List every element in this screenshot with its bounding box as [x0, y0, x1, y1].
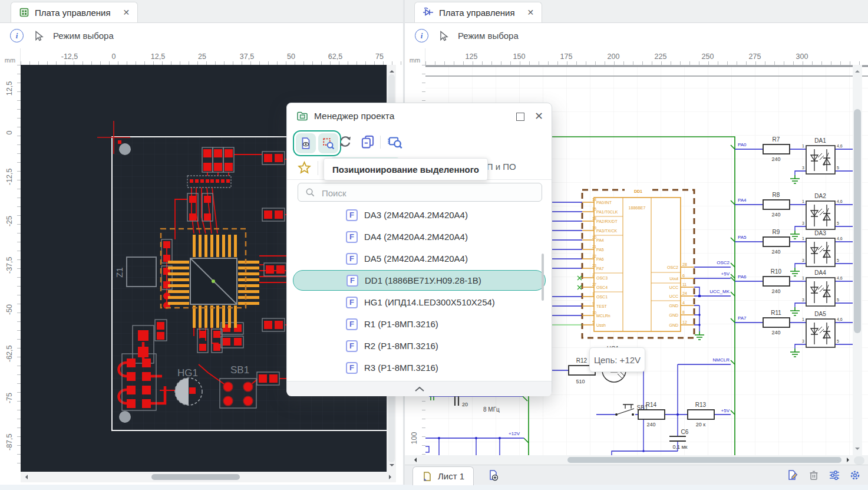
list-item[interactable]: F DA4 (2М420А4.2М420А4): [287, 226, 552, 248]
close-icon[interactable]: ✕: [534, 110, 543, 123]
sheet-label: Лист 1: [438, 471, 464, 481]
scrollbar-corner: [854, 456, 864, 465]
svg-text:3: 3: [802, 298, 804, 302]
v-ruler-tick: 0: [5, 124, 14, 141]
svg-text:OSC4: OSC4: [596, 285, 608, 290]
svg-text:1: 1: [802, 317, 804, 321]
list-item[interactable]: F R2 (Р1-8МП.3216): [287, 335, 552, 357]
maximize-icon[interactable]: [516, 113, 524, 121]
mounting-hole: [119, 143, 131, 155]
tab-schematic-document[interactable]: Плата управления ✕: [414, 2, 542, 22]
v-ruler-tick: -50: [5, 301, 14, 318]
info-icon[interactable]: i: [415, 29, 428, 42]
duplicate-icon[interactable]: [360, 134, 375, 149]
button-tooltip: Позиционирование выделенного: [324, 158, 488, 180]
favorites-star-icon[interactable]: [298, 161, 311, 175]
component-list: F DA3 (2М420А4.2М420А4) F DA4 (2М420А4.2…: [287, 204, 552, 379]
svg-text:TEST: TEST: [596, 304, 608, 308]
info-icon[interactable]: i: [10, 29, 24, 42]
selection-search-icon: [322, 137, 335, 150]
schematic-h-ruler: 125 150 175 200 225 250 275 300: [425, 48, 868, 65]
footprint-icon: F: [346, 297, 358, 308]
select-mode-cursor-icon[interactable]: [437, 30, 449, 42]
tab-close-icon[interactable]: ✕: [527, 8, 534, 17]
svg-text:PA5: PA5: [596, 248, 604, 252]
svg-text:5: 5: [837, 166, 839, 170]
list-item[interactable]: F HG1 (ИПД14.LED300Х510Х254): [287, 291, 552, 313]
h-ruler-tick: 50: [287, 52, 295, 61]
svg-text:PA5: PA5: [738, 235, 747, 240]
show-selected-button[interactable]: [296, 133, 316, 153]
svg-text:12: 12: [682, 320, 687, 324]
svg-text:240: 240: [771, 212, 780, 218]
svg-text:R13: R13: [695, 402, 707, 408]
tab-close-icon[interactable]: ✕: [123, 8, 130, 17]
list-item[interactable]: F R3 (Р1-8МП.3216): [287, 357, 552, 379]
svg-text:PA0/INT: PA0/INT: [596, 200, 612, 205]
svg-text:20 к: 20 к: [696, 422, 706, 427]
add-sheet-icon[interactable]: [487, 469, 499, 481]
svg-text:3: 3: [802, 221, 804, 225]
svg-text:DA2: DA2: [814, 193, 826, 199]
delete-sheet-icon[interactable]: [808, 469, 820, 481]
svg-text:R11: R11: [771, 310, 781, 316]
svg-text:5: 5: [837, 339, 839, 343]
edit-sheet-icon[interactable]: [787, 469, 798, 481]
refresh-icon[interactable]: [338, 134, 353, 149]
h-ruler-tick: 62,5: [328, 52, 342, 61]
schematic-document-icon: [423, 7, 434, 18]
search-input[interactable]: [321, 184, 535, 202]
svg-text:1: 1: [592, 292, 595, 296]
collapse-bar[interactable]: [287, 381, 552, 396]
v-ruler-tick: -75: [5, 390, 14, 406]
schematic-vertical-scrollbar[interactable]: [853, 65, 862, 455]
svg-text:510: 510: [576, 379, 585, 384]
dd1-part: 1886ВЕ7: [629, 206, 646, 210]
pcb-v-ruler: 12,5 0 -12,5 -25 -37,5 -50 -62,5 -75 -87…: [0, 65, 21, 472]
h-ruler-tick: 25: [198, 52, 206, 61]
svg-text:PA1/T0CLK: PA1/T0CLK: [596, 210, 618, 214]
svg-text:GND: GND: [669, 304, 678, 308]
svg-text:5: 5: [837, 221, 839, 225]
schematic-toolbar: i Режим выбора: [405, 23, 868, 48]
pcb-h-ruler: -12,5 0 12,5 25 37,5 50 62,5 75: [21, 48, 403, 65]
h-ruler-tick: -12,5: [61, 52, 78, 61]
gear-icon[interactable]: [849, 469, 861, 481]
svg-text:4,6: 4,6: [837, 317, 843, 321]
position-selected-button[interactable]: [318, 133, 338, 153]
sheet-settings-filter-icon[interactable]: [829, 469, 840, 481]
h-ruler-tick: 175: [560, 52, 573, 61]
dd1-symbol[interactable]: DD1 1886ВЕ7 14 15 18 19 20 21 22 23 2 27…: [577, 186, 694, 338]
search-field[interactable]: [298, 183, 542, 202]
svg-text:OSC1: OSC1: [596, 295, 608, 299]
svg-text:+5V: +5V: [721, 408, 730, 413]
svg-text:R14: R14: [646, 402, 657, 408]
list-scrollbar[interactable]: [542, 254, 544, 301]
tab-pcb-document[interactable]: Плата управления ✕: [11, 2, 138, 22]
footprint-icon: F: [346, 231, 358, 243]
footprint-icon: F: [346, 362, 358, 374]
pcb-label-hg1: HG1: [177, 367, 198, 379]
svg-text:DA4: DA4: [814, 269, 826, 276]
svg-text:OSC2: OSC2: [717, 260, 730, 265]
svg-text:GND: GND: [669, 323, 678, 327]
svg-text:PA7: PA7: [596, 267, 604, 271]
svg-text:PA3/TX/CK: PA3/TX/CK: [596, 229, 618, 233]
pcb-tabbar: Плата управления ✕: [0, 0, 403, 23]
sheet-bar: Лист 1: [405, 465, 868, 485]
sheet-tab-active[interactable]: Лист 1: [412, 466, 474, 485]
svg-text:UCC_MK: UCC_MK: [709, 289, 730, 294]
pcb-horizontal-scrollbar[interactable]: [21, 472, 396, 482]
list-item-selected[interactable]: F DD1 (1886ВЕ71У.Н09.28-1В): [293, 270, 546, 291]
svg-text:4: 4: [682, 301, 685, 305]
select-mode-cursor-icon[interactable]: [32, 30, 44, 42]
list-item[interactable]: F R1 (Р1-8МП.3216): [287, 313, 552, 335]
footprint-icon: F: [346, 340, 358, 352]
component-search-icon[interactable]: [387, 134, 402, 149]
list-item[interactable]: F DA5 (2М420А4.2М420А4): [287, 248, 552, 269]
mounting-hole: [119, 411, 131, 423]
svg-text:Ussh: Ussh: [596, 323, 606, 327]
list-item[interactable]: F DA3 (2М420А4.2М420А4): [287, 204, 552, 226]
h-ruler-tick: 12,5: [151, 52, 165, 61]
schematic-horizontal-scrollbar[interactable]: [405, 455, 868, 465]
